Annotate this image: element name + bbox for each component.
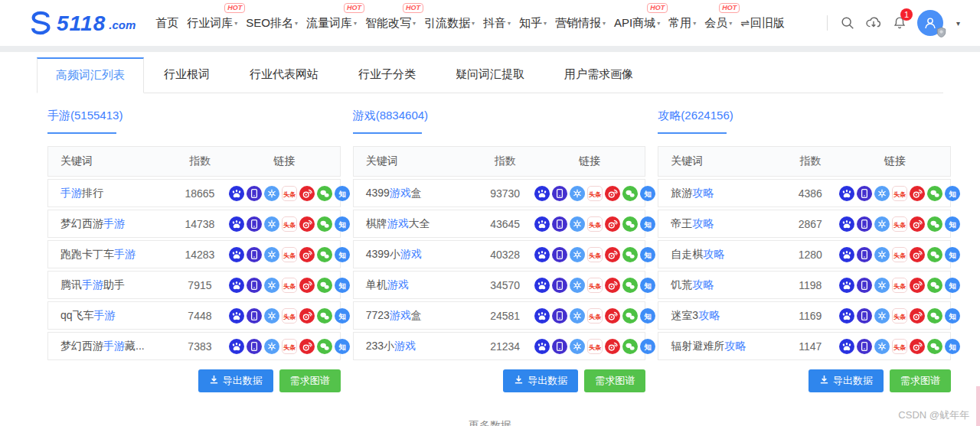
weibo-icon[interactable] <box>299 186 315 201</box>
wechat-icon[interactable] <box>317 308 332 324</box>
nav-item-9[interactable]: 营销情报▾ <box>555 15 606 32</box>
zhihu-icon[interactable]: 知 <box>335 186 350 201</box>
so-360-icon[interactable] <box>570 186 585 201</box>
so-360-icon[interactable] <box>874 308 890 324</box>
keyword-link[interactable]: 攻略 <box>724 340 746 352</box>
baidu-mobile-icon[interactable] <box>552 308 567 324</box>
baidu-mobile-icon[interactable] <box>857 247 872 262</box>
toutiao-icon[interactable]: 头条 <box>892 339 907 354</box>
baidu-pc-icon[interactable] <box>534 216 550 232</box>
so-360-icon[interactable] <box>264 308 279 324</box>
keyword-link[interactable]: 手游 <box>94 309 116 321</box>
tab-3[interactable]: 行业代表网站 <box>230 57 338 93</box>
baidu-pc-icon[interactable] <box>229 278 244 293</box>
wechat-icon[interactable] <box>927 216 942 232</box>
nav-item-11[interactable]: 常用▾ <box>668 15 696 32</box>
zhihu-icon[interactable]: 知 <box>640 308 655 324</box>
wechat-icon[interactable] <box>317 339 332 354</box>
wechat-icon[interactable] <box>622 247 638 262</box>
weibo-icon[interactable] <box>299 278 315 293</box>
keyword-link[interactable]: 游戏 <box>387 217 409 229</box>
demand-map-button[interactable]: 需求图谱 <box>584 369 645 392</box>
toutiao-icon[interactable]: 头条 <box>587 308 603 324</box>
tab-4[interactable]: 行业子分类 <box>338 57 436 93</box>
old-version-link[interactable]: ⇌回旧版 <box>740 16 785 31</box>
toutiao-icon[interactable]: 头条 <box>892 247 907 262</box>
weibo-icon[interactable] <box>605 308 620 324</box>
weibo-icon[interactable] <box>299 308 315 324</box>
tab-6[interactable]: 用户需求画像 <box>544 57 653 93</box>
keyword-link[interactable]: 手游 <box>103 340 125 352</box>
keyword-link[interactable]: 手游 <box>103 217 125 229</box>
baidu-mobile-icon[interactable] <box>857 186 872 201</box>
weibo-icon[interactable] <box>910 247 925 262</box>
tab-1[interactable]: 高频词汇列表 <box>37 57 144 93</box>
baidu-mobile-icon[interactable] <box>247 186 262 201</box>
keyword-link[interactable]: 攻略 <box>692 187 714 199</box>
nav-item-1[interactable]: 首页 <box>155 15 178 32</box>
wechat-icon[interactable] <box>927 339 942 354</box>
toutiao-icon[interactable]: 头条 <box>282 216 297 232</box>
keyword-link[interactable]: 手游 <box>114 248 136 260</box>
zhihu-icon[interactable]: 知 <box>640 186 655 201</box>
weibo-icon[interactable] <box>299 247 315 262</box>
wechat-icon[interactable] <box>622 216 638 232</box>
toutiao-icon[interactable]: 头条 <box>282 339 297 354</box>
baidu-pc-icon[interactable] <box>229 186 244 201</box>
column-title[interactable]: 攻略(2624156) <box>658 109 951 123</box>
weibo-icon[interactable] <box>605 216 620 232</box>
zhihu-icon[interactable]: 知 <box>945 247 960 262</box>
toutiao-icon[interactable]: 头条 <box>587 278 603 293</box>
zhihu-icon[interactable]: 知 <box>640 247 655 262</box>
nav-item-12[interactable]: 会员▾HOT <box>704 15 732 32</box>
baidu-pc-icon[interactable] <box>534 186 550 201</box>
baidu-mobile-icon[interactable] <box>552 278 567 293</box>
wechat-icon[interactable] <box>927 278 942 293</box>
more-data-link[interactable]: 更多数据 <box>0 419 980 426</box>
demand-map-button[interactable]: 需求图谱 <box>890 369 951 392</box>
weibo-icon[interactable] <box>605 247 620 262</box>
toutiao-icon[interactable]: 头条 <box>892 186 907 201</box>
baidu-pc-icon[interactable] <box>229 339 244 354</box>
baidu-mobile-icon[interactable] <box>247 216 262 232</box>
so-360-icon[interactable] <box>264 216 279 232</box>
baidu-mobile-icon[interactable] <box>857 216 872 232</box>
baidu-mobile-icon[interactable] <box>857 278 872 293</box>
search-icon[interactable] <box>840 15 855 31</box>
export-data-button[interactable]: 导出数据 <box>503 369 578 392</box>
so-360-icon[interactable] <box>570 278 585 293</box>
baidu-pc-icon[interactable] <box>229 247 244 262</box>
nav-item-5[interactable]: 智能改写▾HOT <box>365 15 416 32</box>
wechat-icon[interactable] <box>317 216 332 232</box>
weibo-icon[interactable] <box>910 308 925 324</box>
keyword-link[interactable]: 攻略 <box>692 278 714 291</box>
zhihu-icon[interactable]: 知 <box>945 308 960 324</box>
keyword-link[interactable]: 攻略 <box>703 248 724 260</box>
wechat-icon[interactable] <box>622 308 638 324</box>
toutiao-icon[interactable]: 头条 <box>587 216 603 232</box>
toutiao-icon[interactable]: 头条 <box>892 278 907 293</box>
avatar[interactable] <box>917 10 943 36</box>
zhihu-icon[interactable]: 知 <box>640 339 655 354</box>
baidu-mobile-icon[interactable] <box>247 308 262 324</box>
zhihu-icon[interactable]: 知 <box>335 308 350 324</box>
weibo-icon[interactable] <box>605 278 620 293</box>
wechat-icon[interactable] <box>622 278 638 293</box>
logo[interactable]: 5118 .com <box>29 11 136 35</box>
nav-item-2[interactable]: 行业词库▾HOT <box>187 15 237 32</box>
baidu-pc-icon[interactable] <box>839 339 854 354</box>
so-360-icon[interactable] <box>264 186 279 201</box>
zhihu-icon[interactable]: 知 <box>335 247 350 262</box>
baidu-mobile-icon[interactable] <box>857 308 872 324</box>
nav-item-4[interactable]: 流量词库▾HOT <box>306 15 357 32</box>
so-360-icon[interactable] <box>570 247 585 262</box>
so-360-icon[interactable] <box>874 278 890 293</box>
baidu-mobile-icon[interactable] <box>552 339 567 354</box>
baidu-pc-icon[interactable] <box>534 247 550 262</box>
nav-item-8[interactable]: 知乎▾ <box>519 15 547 32</box>
so-360-icon[interactable] <box>570 339 585 354</box>
weibo-icon[interactable] <box>910 278 925 293</box>
weibo-icon[interactable] <box>910 186 925 201</box>
weibo-icon[interactable] <box>910 339 925 354</box>
wechat-icon[interactable] <box>317 278 332 293</box>
